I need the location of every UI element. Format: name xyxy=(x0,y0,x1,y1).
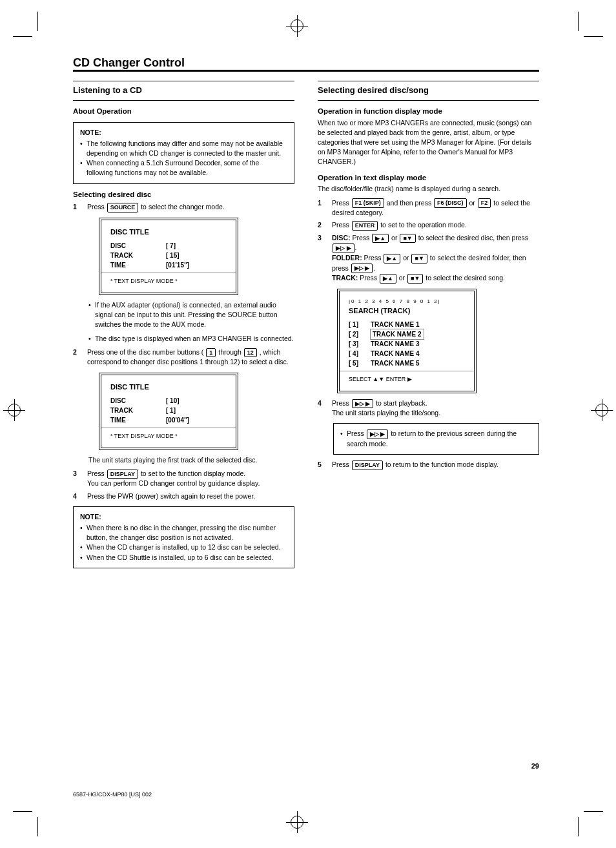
key-down-1: ■▼ xyxy=(400,234,415,243)
key-display-right: DISPLAY xyxy=(352,460,383,470)
step-l2: 2 Press one of the disc number buttons (… xyxy=(73,347,294,367)
screen-2: DISC TITLE DISC[ 10] TRACK[ 1] TIME[00'0… xyxy=(99,373,238,450)
key-f1: F1 (SKIP) xyxy=(352,198,384,208)
key-up-3: ▶▲ xyxy=(380,274,396,284)
key-down-3: ■▼ xyxy=(407,274,423,284)
note-box-2: NOTE: When there is no disc in the chang… xyxy=(73,506,294,568)
page-number: 29 xyxy=(531,762,539,770)
page-content: CD Changer Control Listening to a CD Abo… xyxy=(73,70,539,574)
key-source: SOURCE xyxy=(107,203,139,212)
heading-selecting-disc: Selecting desired disc xyxy=(73,189,294,200)
step-r4: 4 Press ▶▷ ▶ to start playback. The unit… xyxy=(318,398,539,419)
right-column: Selecting desired disc/song Operation in… xyxy=(318,81,539,574)
page-title: CD Changer Control xyxy=(73,56,189,70)
left-section-title: Listening to a CD xyxy=(73,81,294,101)
right-section-title: Selecting desired disc/song xyxy=(318,81,539,101)
title-rule: CD Changer Control xyxy=(73,70,539,72)
step-l4: 4 Press the PWR (power) switch again to … xyxy=(73,491,294,501)
key-down-2: ■▼ xyxy=(411,254,427,264)
disc-type-note: The disc type is displayed when an MP3 C… xyxy=(88,334,294,344)
heading-about-operation: About Operation xyxy=(73,106,294,117)
heading-func-mode: Operation in function display mode xyxy=(318,106,539,117)
key-play-1: ▶▷ ▶ xyxy=(333,243,354,253)
key-up-1: ▶▲ xyxy=(372,234,389,243)
step-r3: 3 DISC: Press ▶▲ or ■▼ to select the des… xyxy=(318,233,539,284)
note-box-3: Press ▶▷ ▶ to return to the previous scr… xyxy=(333,423,539,455)
screen-1: DISC TITLE DISC[ 7] TRACK[ 15] TIME[01'1… xyxy=(99,218,238,295)
step-r5: 5 Press DISPLAY to return to the functio… xyxy=(318,460,539,470)
key-12: 12 xyxy=(244,348,257,358)
left-column: Listening to a CD About Operation NOTE: … xyxy=(73,81,294,574)
step-r2: 2 Press ENTER to set to the operation mo… xyxy=(318,220,539,231)
step-l1: 1 Press SOURCE to select the changer mod… xyxy=(73,202,294,212)
key-display-left: DISPLAY xyxy=(107,470,138,479)
key-1: 1 xyxy=(206,348,216,358)
key-f6: F6 (DISC) xyxy=(434,198,467,208)
key-play-4: ▶▷ ▶ xyxy=(367,429,389,439)
key-play-3: ▶▷ ▶ xyxy=(352,399,374,409)
screen-3: |0 1 2 3 4 5 6 7 8 9 0 1 2| SEARCH (TRAC… xyxy=(337,289,477,393)
key-play-2: ▶▷ ▶ xyxy=(351,264,373,273)
key-enter: ENTER xyxy=(352,221,378,231)
heading-text-mode: Operation in text display mode xyxy=(318,172,539,183)
intro-text-right: When two or more MP3 CHANGERs are connec… xyxy=(318,118,539,167)
note-box-1: NOTE: The following functions may differ… xyxy=(73,122,294,184)
key-up-2: ▶▲ xyxy=(384,254,400,264)
key-f2: F2 xyxy=(478,198,491,208)
aux-note: If the AUX adapter (optional) is connect… xyxy=(88,300,294,330)
step-r1: 1 Press F1 (SKIP) and then press F6 (DIS… xyxy=(318,198,539,218)
step-l3: 3 Press DISPLAY to set to the function d… xyxy=(73,469,294,489)
spine-label: 6587-HG/CDX-MP80 [US] 002 xyxy=(73,791,152,798)
